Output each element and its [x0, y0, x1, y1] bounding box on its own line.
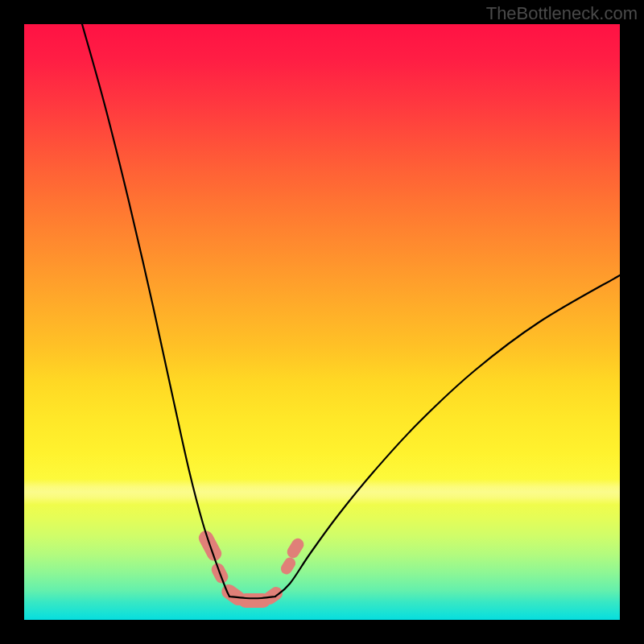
chart-svg [24, 24, 620, 620]
marker-layer [196, 528, 307, 608]
curve-layer [82, 24, 620, 598]
bottleneck-chart: TheBottleneck.com [0, 0, 644, 644]
marker-lozenge-6 [285, 536, 306, 560]
series-left-curve [82, 24, 229, 597]
watermark-text: TheBottleneck.com [486, 3, 638, 24]
series-right-curve [275, 275, 620, 597]
marker-lozenge-5 [279, 555, 298, 576]
